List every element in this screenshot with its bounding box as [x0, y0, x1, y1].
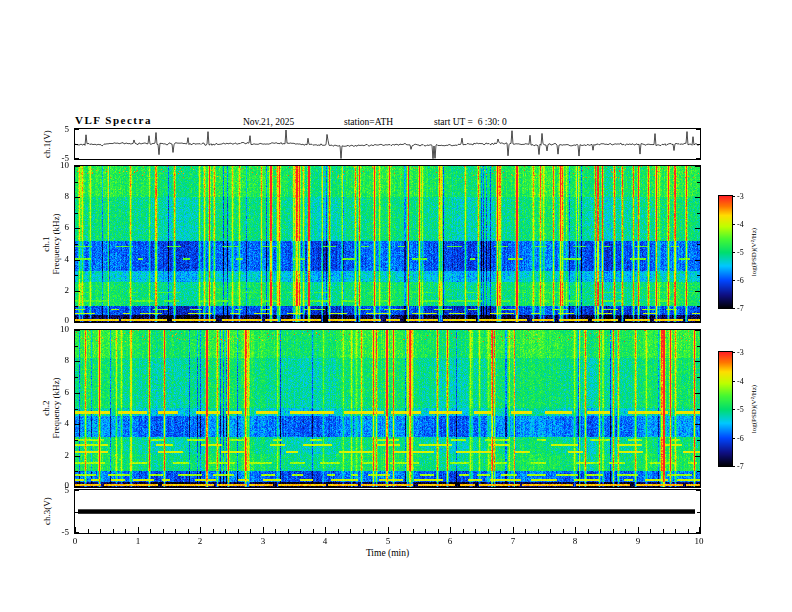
x-major-tick — [699, 527, 700, 533]
vlf-spectra-figure: VLF Spectra Nov.21, 2025 station=ATH sta… — [0, 0, 792, 612]
x-minor-tick — [225, 529, 226, 533]
volt-tick-label: -5 — [49, 528, 69, 537]
colorbar-tick — [732, 352, 735, 353]
freq-minor-tick — [75, 275, 78, 276]
colorbar-ch2-label: log(PSD)(V²/Hz) — [750, 385, 758, 433]
colorbar-tick-label: -7 — [737, 304, 744, 313]
freq-minor-tick — [75, 346, 78, 347]
ch2-frequency-axis-label-line2: Frequency (kHz) — [51, 377, 61, 438]
freq-minor-tick — [697, 244, 700, 245]
ch1-spectrogram-canvas — [75, 166, 700, 322]
x-minor-tick — [88, 529, 89, 533]
freq-major-tick — [695, 330, 700, 331]
freq-minor-tick — [75, 471, 78, 472]
freq-minor-tick — [697, 440, 700, 441]
ch2-frequency-axis-label-line1: ch.2 — [41, 377, 51, 438]
x-minor-tick — [538, 529, 539, 533]
freq-minor-tick — [75, 213, 78, 214]
x-minor-tick — [375, 529, 376, 533]
colorbar-tick-label: -5 — [737, 405, 744, 414]
x-minor-tick — [663, 529, 664, 533]
freq-major-tick — [75, 424, 80, 425]
ch1-spectrogram-panel — [74, 165, 701, 323]
colorbar-tick — [732, 224, 735, 225]
x-major-tick — [638, 527, 639, 533]
volt-major-tick — [75, 158, 79, 159]
freq-minor-tick — [697, 346, 700, 347]
x-minor-tick — [675, 529, 676, 533]
figure-title: VLF Spectra — [75, 114, 152, 126]
volt-minor-tick — [697, 512, 700, 513]
freq-tick-label: 8 — [49, 192, 69, 201]
ch2-spectrogram-panel — [74, 329, 701, 488]
x-minor-tick — [175, 529, 176, 533]
colorbar-tick-label: -5 — [737, 248, 744, 257]
colorbar-tick — [732, 381, 735, 382]
header-start-ut: start UT = 6 :30: 0 — [434, 117, 507, 127]
colorbar-tick — [732, 308, 735, 309]
x-axis-label: Time (min) — [75, 548, 700, 558]
colorbar-tick-label: -7 — [737, 462, 744, 471]
volt-minor-tick — [75, 512, 78, 513]
freq-minor-tick — [75, 244, 78, 245]
colorbar-tick — [732, 409, 735, 410]
x-minor-tick — [188, 529, 189, 533]
freq-major-tick — [75, 330, 80, 331]
freq-major-tick — [75, 197, 80, 198]
x-tick-label: 1 — [126, 537, 150, 546]
colorbar-ch1-label: log(PSD)(V²/Hz) — [750, 228, 758, 276]
volt-major-tick — [696, 158, 700, 159]
colorbar-tick-label: -6 — [737, 276, 744, 285]
freq-major-tick — [75, 291, 80, 292]
freq-minor-tick — [75, 377, 78, 378]
x-minor-tick — [250, 529, 251, 533]
ch1-waveform-canvas — [75, 129, 700, 159]
freq-major-tick — [695, 260, 700, 261]
x-minor-tick — [625, 529, 626, 533]
colorbar-tick — [732, 438, 735, 439]
x-major-tick — [263, 527, 264, 533]
x-minor-tick — [688, 529, 689, 533]
volt-minor-tick — [697, 144, 700, 145]
x-minor-tick — [438, 529, 439, 533]
x-minor-tick — [500, 529, 501, 533]
freq-minor-tick — [697, 471, 700, 472]
freq-major-tick — [75, 393, 80, 394]
freq-minor-tick — [697, 377, 700, 378]
x-minor-tick — [463, 529, 464, 533]
x-minor-tick — [125, 529, 126, 533]
freq-tick-label: 6 — [49, 388, 69, 397]
x-minor-tick — [413, 529, 414, 533]
volt-major-tick — [75, 490, 79, 491]
colorbar-ch1-gradient — [719, 196, 732, 308]
freq-major-tick — [695, 228, 700, 229]
x-minor-tick — [288, 529, 289, 533]
freq-major-tick — [75, 486, 80, 487]
x-minor-tick — [525, 529, 526, 533]
freq-minor-tick — [697, 275, 700, 276]
x-tick-label: 2 — [188, 537, 212, 546]
freq-major-tick — [695, 361, 700, 362]
freq-tick-label: 8 — [49, 356, 69, 365]
x-minor-tick — [238, 529, 239, 533]
x-minor-tick — [488, 529, 489, 533]
ch2-spectrogram-canvas — [75, 330, 700, 487]
freq-major-tick — [695, 393, 700, 394]
freq-tick-label: 2 — [49, 286, 69, 295]
freq-major-tick — [75, 166, 80, 167]
x-major-tick — [138, 527, 139, 533]
freq-major-tick — [695, 424, 700, 425]
x-minor-tick — [600, 529, 601, 533]
x-minor-tick — [588, 529, 589, 533]
x-minor-tick — [350, 529, 351, 533]
volt-major-tick — [75, 129, 79, 130]
x-minor-tick — [113, 529, 114, 533]
freq-major-tick — [75, 361, 80, 362]
x-minor-tick — [400, 529, 401, 533]
x-tick-label: 9 — [626, 537, 650, 546]
x-minor-tick — [613, 529, 614, 533]
freq-minor-tick — [75, 440, 78, 441]
x-major-tick — [325, 527, 326, 533]
x-minor-tick — [313, 529, 314, 533]
ch3-volt-axis-label: ch.3(V) — [42, 497, 52, 525]
